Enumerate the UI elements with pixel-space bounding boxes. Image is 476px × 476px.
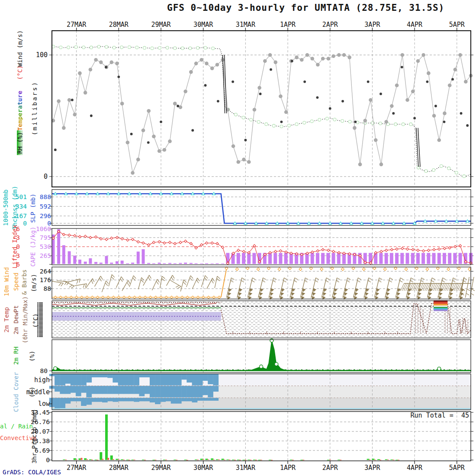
cloud-middle: [155, 386, 161, 398]
svg-text:888: 888: [40, 193, 51, 200]
cloud-high: [129, 374, 134, 386]
cloud-middle: [118, 386, 124, 394]
precip-conv-bar: [244, 460, 246, 460]
cloud-high: [92, 374, 97, 377]
cloud-high: [197, 374, 203, 386]
legend-total-rain: al / Rain: [0, 423, 33, 430]
svg-text:0: 0: [44, 173, 48, 180]
cloud-low: [155, 398, 161, 404]
cloud-low: [192, 398, 198, 402]
svg-text:530: 530: [40, 243, 51, 250]
svg-text:3APR: 3APR: [364, 21, 380, 29]
svg-text:4APR: 4APR: [407, 464, 423, 472]
ylabel-cape: CAPE (J/kg): [30, 227, 36, 267]
cape-bar: [405, 253, 409, 264]
ylabel-thickness-2: Thcknss (dm): [12, 186, 18, 229]
chart-title: GFS 0~10day 3-hourly for UMTATA (28.75E,…: [167, 3, 444, 13]
cape-bar: [195, 263, 198, 264]
cape-bar: [453, 253, 457, 264]
cloud-middle: [81, 386, 87, 393]
cloud-low: [118, 398, 124, 401]
precip-conv-bar: [134, 460, 135, 460]
cloud-middle: [55, 386, 60, 392]
cape-bar: [110, 263, 113, 264]
svg-text:80: 80: [40, 367, 48, 374]
cape-bar: [163, 263, 166, 264]
cape-bar: [252, 253, 256, 264]
cape-bar: [385, 253, 388, 264]
cape-bar: [448, 253, 451, 264]
cloud-low: [213, 398, 219, 401]
cloud-high: [86, 374, 92, 383]
cloud-low: [102, 398, 108, 402]
ylabel-degc-units: (°C): [32, 313, 39, 328]
ylabel-thickness-1: 1000-500mb: [3, 190, 9, 226]
cloud-high: [76, 374, 81, 386]
cloud-high: [65, 374, 71, 384]
cape-bar: [131, 263, 134, 264]
cloud-low: [76, 398, 81, 401]
cloud-low: [171, 398, 177, 403]
cloud-middle: [129, 386, 134, 394]
precip-conv-bar: [80, 458, 82, 460]
precip-conv-bar: [255, 460, 257, 460]
svg-text:795: 795: [40, 234, 51, 241]
cape-bar: [89, 258, 92, 264]
cloud-low: [81, 398, 87, 406]
cape-bar: [390, 253, 393, 264]
svg-text:100: 100: [36, 51, 48, 59]
cape-bar: [84, 262, 87, 264]
cape-bar: [416, 253, 420, 264]
svg-text:5APR: 5APR: [449, 21, 465, 29]
t2m-color-block: [434, 302, 447, 304]
cape-bar: [237, 253, 240, 264]
cape-bar: [100, 263, 103, 264]
cape-bar: [400, 253, 404, 264]
cloud-middle: [150, 386, 155, 398]
cloud-middle: [181, 386, 187, 398]
ylabel-temperature: Temperature: [17, 91, 23, 131]
precip-conv-bar: [107, 458, 109, 460]
svg-text:1060: 1060: [36, 225, 51, 232]
cloud-high: [113, 374, 118, 383]
cloud-middle: [113, 386, 118, 394]
precip-conv-bar: [302, 460, 304, 460]
ylabel-pct-units-cloud: (%): [29, 386, 35, 397]
ylabel-pct-units-rh: (%): [29, 351, 35, 361]
cloud-middle: [102, 386, 108, 394]
cloud-middle: [192, 386, 198, 398]
t2m-color-block: [434, 307, 447, 308]
precip-conv-bar: [392, 460, 394, 460]
cape-bar: [147, 263, 150, 264]
precip-conv-bar: [239, 460, 241, 460]
ylabel-cloud-cover: Cloud Cover: [13, 372, 19, 412]
precip-conv-bar: [387, 460, 389, 460]
cloud-low: [65, 398, 71, 403]
svg-text:264: 264: [40, 268, 51, 275]
ylabel-lifted-index: Lifted Index: [12, 225, 18, 268]
cape-bar: [332, 253, 335, 264]
cloud-low: [60, 398, 65, 408]
svg-text:265: 265: [40, 252, 51, 259]
cape-bar: [459, 253, 462, 264]
precip-conv-bar: [374, 460, 376, 460]
cloud-low: [197, 398, 203, 401]
svg-text:30MAR: 30MAR: [193, 21, 213, 29]
precip-conv-bar: [380, 460, 381, 460]
precip-conv-bar: [129, 460, 130, 460]
cloud-middle: [76, 386, 81, 396]
precip-conv-bar: [187, 460, 188, 460]
cloud-middle: [160, 386, 166, 398]
ylabel-rh: RH (%): [17, 131, 23, 155]
cloud-middle: [187, 386, 192, 398]
cloud-low: [203, 398, 208, 401]
cloud-high: [166, 374, 171, 386]
cloud-middle: [176, 386, 182, 398]
svg-text:4APR: 4APR: [407, 21, 423, 29]
svg-text:2APR: 2APR: [322, 21, 338, 29]
svg-text:176: 176: [40, 277, 51, 283]
cloud-low: [176, 398, 182, 403]
svg-text:28MAR: 28MAR: [109, 21, 129, 29]
precip-conv-bar: [234, 460, 236, 460]
cape-bar: [284, 253, 288, 264]
